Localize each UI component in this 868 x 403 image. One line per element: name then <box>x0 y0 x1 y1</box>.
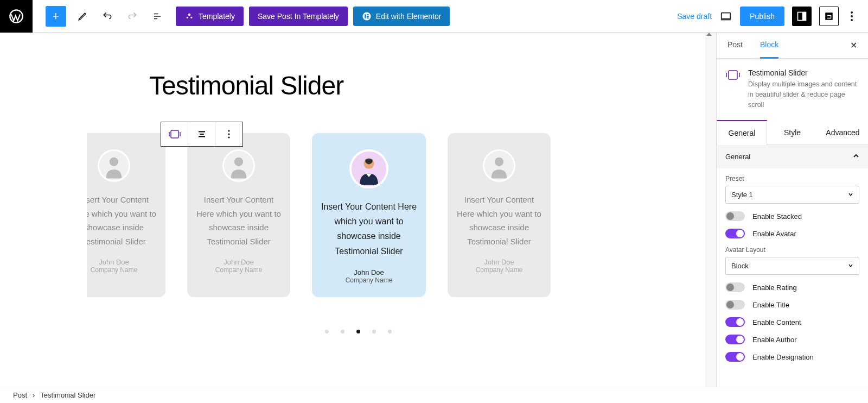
wordpress-logo[interactable] <box>0 0 33 33</box>
preset-label: Preset <box>725 175 859 182</box>
undo-icon[interactable] <box>102 11 113 22</box>
edit-elementor-label: Edit with Elementor <box>376 12 442 21</box>
slider-dot-active[interactable] <box>356 330 360 333</box>
redo-icon[interactable] <box>127 11 138 22</box>
svg-rect-6 <box>367 14 369 15</box>
svg-point-25 <box>495 158 503 166</box>
svg-point-18 <box>228 130 230 132</box>
toggle-enable-content[interactable] <box>725 317 745 327</box>
card-company: Company Name <box>91 266 138 274</box>
card-author: John Doe <box>354 268 384 276</box>
toggle-enable-designation[interactable] <box>725 352 745 362</box>
block-info: Testimonial Slider Display multiple imag… <box>717 59 868 119</box>
card-content: Insert Your Content Here which you want … <box>456 193 542 248</box>
card-company: Company Name <box>476 266 523 274</box>
toggle-enable-rating[interactable] <box>725 282 745 292</box>
card-company: Company Name <box>346 276 393 284</box>
templately-label: Templately <box>199 12 235 21</box>
templately-button[interactable]: Templately <box>176 7 244 26</box>
edit-elementor-button[interactable]: Edit with Elementor <box>353 7 450 26</box>
scrollbar-track[interactable] <box>705 33 716 403</box>
toggle-enable-avatar[interactable] <box>725 229 745 238</box>
outline-icon[interactable] <box>152 11 163 22</box>
block-more-icon[interactable] <box>215 122 242 146</box>
svg-text:⊐: ⊐ <box>827 12 832 19</box>
slider-dot[interactable] <box>325 330 329 333</box>
block-toolbar <box>161 122 243 147</box>
card-content: Insert Your Content Here which you want … <box>196 193 282 248</box>
desktop-preview-icon[interactable] <box>719 10 732 23</box>
enable-stacked-label: Enable Stacked <box>752 212 802 221</box>
close-sidebar-icon[interactable]: ✕ <box>841 33 866 58</box>
plugin-panel-button[interactable]: ⊐ <box>819 7 839 26</box>
publish-button[interactable]: Publish <box>740 7 784 26</box>
editor-canvas[interactable]: Testimonial Slider Insert Your Content H… <box>0 33 716 403</box>
breadcrumb-post[interactable]: Post <box>13 391 27 399</box>
add-block-button[interactable]: + <box>46 6 66 27</box>
panel-general-label: General <box>725 153 750 161</box>
subtab-style[interactable]: Style <box>767 119 818 144</box>
breadcrumb-current[interactable]: Testimonial Slider <box>40 391 95 399</box>
block-type-icon[interactable] <box>161 122 188 146</box>
avatar <box>98 149 130 182</box>
save-draft-link[interactable]: Save draft <box>677 12 712 21</box>
preset-value: Style 1 <box>731 191 753 199</box>
avatar <box>349 149 388 188</box>
avatar-layout-select[interactable]: Block <box>725 257 859 275</box>
slider-dot[interactable] <box>372 330 376 333</box>
svg-point-1 <box>188 13 191 16</box>
block-info-desc: Display multiple images and content in b… <box>748 79 859 110</box>
enable-rating-label: Enable Rating <box>752 284 797 292</box>
card-author: John Doe <box>484 258 514 266</box>
testimonial-slider-icon <box>725 68 741 84</box>
top-toolbar: + Templately Save Post In Templately Edi… <box>0 0 868 33</box>
slider-dots <box>325 330 392 333</box>
card-author: John Doe <box>224 258 254 266</box>
card-company: Company Name <box>215 266 263 274</box>
testimonial-card: Insert Your Content Here which you want … <box>187 133 290 297</box>
svg-rect-17 <box>171 130 178 138</box>
svg-point-21 <box>110 158 118 166</box>
save-post-templately-button[interactable]: Save Post In Templately <box>249 7 348 26</box>
tab-post[interactable]: Post <box>719 33 751 58</box>
subtab-general[interactable]: General <box>717 120 767 145</box>
breadcrumb: Post › Testimonial Slider <box>0 387 868 403</box>
svg-point-2 <box>187 16 188 18</box>
svg-point-14 <box>851 11 853 14</box>
settings-panel-toggle[interactable] <box>792 7 812 26</box>
svg-rect-26 <box>729 71 737 79</box>
avatar-layout-label: Avatar Layout <box>725 246 859 254</box>
enable-title-label: Enable Title <box>752 301 789 309</box>
panel-general-head[interactable]: General <box>717 145 868 168</box>
enable-designation-label: Enable Designation <box>752 353 814 361</box>
toggle-enable-author[interactable] <box>725 335 745 344</box>
testimonial-slider-block[interactable]: Insert Your Content Here which you want … <box>87 133 629 313</box>
enable-author-label: Enable Author <box>752 336 797 344</box>
tab-block[interactable]: Block <box>751 33 787 58</box>
card-author: John Doe <box>99 258 129 266</box>
svg-rect-5 <box>365 14 366 18</box>
svg-rect-8 <box>367 17 369 18</box>
toggle-enable-stacked[interactable] <box>725 211 745 221</box>
svg-point-16 <box>851 19 853 21</box>
more-options-icon[interactable] <box>846 11 857 22</box>
enable-content-label: Enable Content <box>752 318 801 326</box>
subtab-advanced[interactable]: Advanced <box>818 119 868 144</box>
preset-select[interactable]: Style 1 <box>725 186 859 204</box>
slider-dot[interactable] <box>388 330 392 333</box>
scroll-up-arrow[interactable] <box>706 33 712 36</box>
card-content: Insert Your Content Here which you want … <box>87 193 157 248</box>
chevron-down-icon <box>848 191 853 199</box>
testimonial-card: Insert Your Content Here which you want … <box>87 133 165 297</box>
align-icon[interactable] <box>188 122 215 146</box>
svg-point-20 <box>228 137 230 138</box>
page-title[interactable]: Testimonial Slider <box>149 71 343 100</box>
settings-sidebar: Post Block ✕ Testimonial Slider Display … <box>716 33 868 403</box>
edit-icon[interactable] <box>77 11 88 22</box>
avatar <box>483 149 515 182</box>
svg-point-22 <box>234 158 243 166</box>
svg-rect-7 <box>367 16 369 17</box>
testimonial-card: Insert Your Content Here which you want … <box>448 133 551 297</box>
toggle-enable-title[interactable] <box>725 300 745 310</box>
slider-dot[interactable] <box>341 330 344 333</box>
